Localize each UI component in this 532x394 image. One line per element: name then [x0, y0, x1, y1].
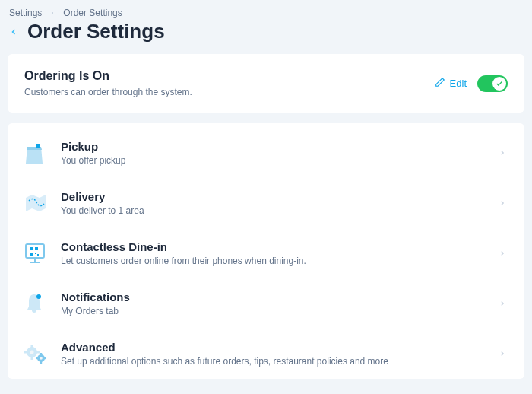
svg-rect-8	[37, 254, 39, 256]
settings-item-advanced[interactable]: Advanced Set up additional options such …	[8, 329, 524, 379]
settings-item-title: Notifications	[61, 291, 499, 303]
pickup-bag-icon	[24, 141, 61, 165]
gears-icon	[24, 343, 61, 364]
ordering-status-title: Ordering Is On	[24, 69, 192, 83]
chevron-right-icon	[499, 149, 508, 157]
svg-point-9	[36, 294, 41, 299]
settings-item-notifications[interactable]: Notifications My Orders tab	[8, 278, 524, 329]
settings-item-title: Pickup	[61, 140, 499, 153]
page-header: Order Settings	[0, 18, 532, 54]
chevron-right-icon	[499, 300, 508, 307]
svg-point-17	[40, 357, 43, 360]
svg-point-11	[30, 351, 34, 354]
svg-rect-21	[44, 357, 46, 359]
settings-item-description: Let customers order online from their ph…	[61, 256, 499, 266]
edit-button[interactable]: Edit	[435, 77, 467, 90]
breadcrumb-settings[interactable]: Settings	[9, 8, 42, 18]
settings-item-description: You deliver to 1 area	[61, 205, 499, 216]
svg-rect-6	[30, 253, 33, 256]
settings-item-description: You offer pickup	[61, 155, 499, 166]
back-button[interactable]	[9, 27, 18, 37]
chevron-right-icon	[499, 249, 508, 257]
svg-rect-13	[31, 357, 33, 360]
settings-item-title: Advanced	[61, 341, 499, 354]
svg-rect-15	[36, 351, 40, 354]
breadcrumb-order-settings[interactable]: Order Settings	[63, 8, 122, 18]
settings-item-description: Set up additional options such as future…	[61, 356, 499, 367]
settings-item-description: My Orders tab	[61, 306, 499, 316]
qr-monitor-icon	[24, 243, 61, 264]
settings-item-dinein[interactable]: Contactless Dine-in Let customers order …	[8, 228, 524, 278]
settings-item-title: Delivery	[61, 190, 499, 203]
edit-button-label: Edit	[450, 78, 467, 89]
ordering-status-description: Customers can order through the system.	[24, 87, 192, 97]
svg-rect-4	[30, 247, 33, 250]
toggle-knob	[492, 77, 506, 91]
pencil-icon	[435, 77, 445, 90]
svg-rect-1	[26, 244, 44, 258]
settings-item-title: Contactless Dine-in	[61, 240, 499, 253]
settings-item-delivery[interactable]: Delivery You deliver to 1 area	[8, 178, 524, 228]
chevron-right-icon	[499, 350, 508, 357]
svg-rect-5	[35, 247, 38, 250]
svg-rect-20	[36, 357, 38, 359]
ordering-status-card: Ordering Is On Customers can order throu…	[8, 54, 524, 113]
ordering-toggle[interactable]	[477, 75, 508, 92]
settings-list: Pickup You offer pickup Delivery You del…	[8, 123, 524, 379]
breadcrumb: Settings Order Settings	[0, 0, 532, 18]
bell-icon	[24, 293, 61, 314]
svg-rect-0	[36, 144, 40, 148]
delivery-map-icon	[24, 193, 61, 213]
svg-rect-7	[35, 253, 36, 254]
svg-rect-14	[24, 351, 27, 354]
svg-rect-12	[31, 345, 33, 348]
svg-rect-18	[40, 353, 42, 355]
svg-rect-19	[40, 361, 42, 364]
chevron-right-icon	[499, 199, 508, 207]
page-title: Order Settings	[27, 20, 165, 43]
settings-item-pickup[interactable]: Pickup You offer pickup	[8, 128, 524, 178]
chevron-right-icon	[49, 9, 55, 17]
